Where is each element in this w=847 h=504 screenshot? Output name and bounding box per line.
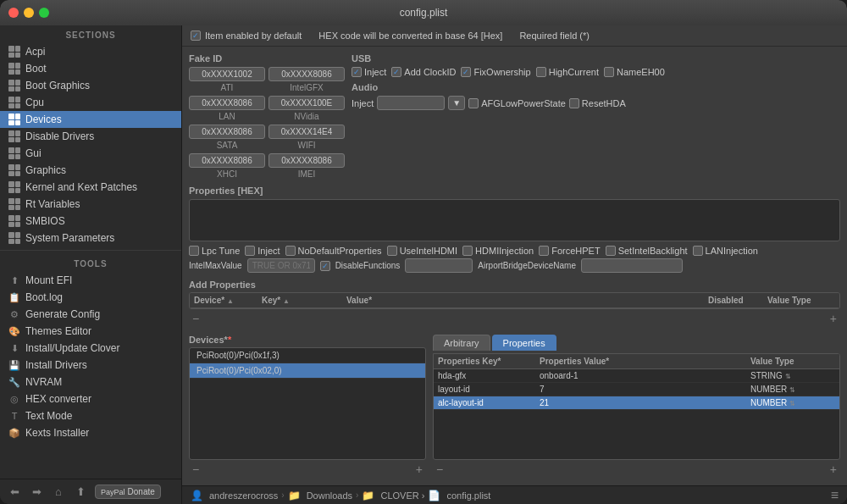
fake-id-lan-input[interactable] [189, 96, 265, 110]
audio-inject-input[interactable] [377, 96, 445, 110]
donate-button[interactable]: PayPal Donate [95, 485, 161, 499]
tool-install-clover[interactable]: ⬇ Install/Update Clover [0, 340, 181, 357]
add-props-add-btn[interactable]: + [827, 312, 840, 325]
props-row[interactable]: layout-id 7 NUMBER ⇅ [434, 383, 839, 396]
upload-icon[interactable]: ⬆ [73, 485, 88, 500]
tool-nvram[interactable]: 🔧 NVRAM [0, 374, 181, 390]
grid-icon [8, 232, 20, 244]
props-row[interactable]: alc-layout-id 21 NUMBER ⇅ [434, 396, 839, 410]
usb-inject-checkbox[interactable] [352, 67, 362, 77]
sidebar-item-boot[interactable]: Boot [0, 60, 181, 77]
sidebar-item-gui[interactable]: Gui [0, 145, 181, 162]
fake-id-label: Fake ID [189, 53, 345, 64]
folder-icon-clover: 📁 [362, 490, 374, 501]
airport-bridge-input[interactable] [581, 258, 683, 273]
fake-id-intelgfx-input[interactable] [268, 67, 345, 81]
disable-functions-checkbox[interactable] [320, 261, 330, 271]
nodefault-checkbox[interactable] [285, 246, 296, 256]
hdmiinjection-label: HDMIInjection [475, 246, 534, 256]
item-enabled-checkbox[interactable] [191, 30, 201, 41]
sidebar-item-smbios[interactable]: SMBIOS [0, 213, 181, 230]
minimize-button[interactable] [24, 8, 34, 18]
donate-label: Donate [128, 487, 155, 496]
back-icon[interactable]: ⬅ [7, 485, 22, 500]
audio-select-arrow[interactable]: ▼ [448, 96, 465, 110]
breadcrumb-clover[interactable]: CLOVER › [380, 490, 424, 501]
devices-remove-btn[interactable]: − [189, 462, 202, 476]
tool-text-mode[interactable]: T Text Mode [0, 407, 181, 424]
maximize-button[interactable] [39, 8, 49, 18]
sidebar-item-graphics[interactable]: Graphics [0, 162, 181, 179]
close-button[interactable] [8, 8, 19, 18]
tool-label-boot-log: Boot.log [25, 291, 63, 303]
menu-icon[interactable]: ≡ [831, 488, 839, 503]
props-row[interactable]: hda-gfx onboard-1 STRING ⇅ [434, 369, 839, 383]
col-disabled: Disabled [708, 296, 767, 305]
usb-nameeh00-checkbox[interactable] [604, 67, 614, 77]
props-tabs: Arbitrary Properties [433, 335, 840, 351]
sidebar-item-cpu[interactable]: Cpu [0, 94, 181, 111]
sidebar-item-kernel[interactable]: Kernel and Kext Patches [0, 179, 181, 196]
fake-id-ati-input[interactable] [189, 67, 265, 81]
fake-id-nvidia-input[interactable] [268, 96, 345, 110]
sidebar-label-devices: Devices [25, 114, 62, 125]
tab-properties[interactable]: Properties [492, 335, 556, 351]
sidebar-item-rt-variables[interactable]: Rt Variables [0, 196, 181, 213]
tool-hex-converter[interactable]: ◎ HEX converter [0, 390, 181, 407]
audio-resethda-checkbox[interactable] [569, 98, 579, 108]
sidebar-item-acpi[interactable]: Acpi [0, 43, 181, 60]
tool-mount-efi[interactable]: ⬆ Mount EFI [0, 272, 181, 289]
generate-config-icon: ⚙ [8, 308, 20, 320]
forward-icon[interactable]: ➡ [29, 485, 44, 500]
disable-functions-input[interactable] [405, 258, 473, 273]
devices-add-btn[interactable]: + [412, 462, 426, 476]
props-col-type: Value Type [750, 357, 835, 366]
fake-id-wifi-input[interactable] [268, 125, 345, 139]
tool-themes-editor[interactable]: 🎨 Themes Editor [0, 323, 181, 340]
audio-afglow-checkbox[interactable] [468, 98, 479, 108]
properties-hex-label: Properties [HEX] [189, 186, 840, 196]
usb-fixownership-label: FixOwnership [473, 67, 530, 77]
usb-highcurrent-checkbox[interactable] [536, 67, 546, 77]
hdmiinjection-checkbox[interactable] [462, 246, 473, 256]
breadcrumb-user[interactable]: andreszerocross [209, 490, 278, 501]
tool-generate-config[interactable]: ⚙ Generate Config [0, 306, 181, 323]
props-remove-btn[interactable]: − [433, 462, 446, 476]
usb-fixownership-checkbox[interactable] [461, 67, 471, 77]
fake-id-xhci-input[interactable] [189, 153, 265, 168]
device-item-0[interactable]: PciRoot(0)/Pci(0x1f,3) [190, 348, 425, 363]
home-icon[interactable]: ⌂ [51, 485, 66, 500]
col-value: Value* [346, 296, 708, 305]
device-item-1[interactable]: PciRoot(0)/Pci(0x02,0) [190, 363, 425, 379]
tool-install-drivers[interactable]: 💾 Install Drivers [0, 357, 181, 374]
sidebar-item-system-parameters[interactable]: System Parameters [0, 230, 181, 246]
useintelhdmi-checkbox[interactable] [387, 246, 397, 256]
sidebar: SECTIONS Acpi Boot Boot Graphics Cpu D [0, 25, 182, 504]
sidebar-item-devices[interactable]: Devices [0, 111, 181, 128]
breadcrumb-downloads[interactable]: Downloads [307, 490, 352, 501]
breadcrumb-file[interactable]: config.plist [446, 490, 490, 501]
sidebar-label-boot: Boot [25, 63, 47, 75]
top-section-row: Fake ID ATI IntelGFX [189, 53, 840, 179]
tool-kexts-installer[interactable]: 📦 Kexts Installer [0, 424, 181, 441]
fake-id-imei-input[interactable] [268, 153, 345, 168]
props-add-btn[interactable]: + [827, 462, 840, 476]
tool-boot-log[interactable]: 📋 Boot.log [0, 289, 181, 306]
fake-id-intelgfx-label: IntelGFX [290, 83, 323, 92]
properties-hex-textarea[interactable] [189, 199, 840, 241]
laninjection-checkbox[interactable] [693, 246, 703, 256]
add-props-remove-btn[interactable]: − [189, 312, 202, 325]
sidebar-item-boot-graphics[interactable]: Boot Graphics [0, 77, 181, 94]
tab-arbitrary[interactable]: Arbitrary [433, 335, 490, 351]
forcehpet-checkbox[interactable] [539, 246, 549, 256]
grid-icon [8, 198, 20, 210]
sidebar-item-disable-drivers[interactable]: Disable Drivers [0, 128, 181, 145]
intel-max-input[interactable] [247, 258, 315, 273]
fake-id-sata-input[interactable] [189, 125, 265, 139]
inject-checkbox[interactable] [245, 246, 255, 256]
add-properties-section: Add Properties Device* ▲ Key* ▲ Value* D… [189, 280, 840, 328]
lpc-tune-checkbox[interactable] [189, 246, 199, 256]
usb-addclock-checkbox[interactable] [391, 67, 401, 77]
setintelbacklight-checkbox[interactable] [606, 246, 616, 256]
usb-inject-cb: Inject [352, 67, 386, 77]
